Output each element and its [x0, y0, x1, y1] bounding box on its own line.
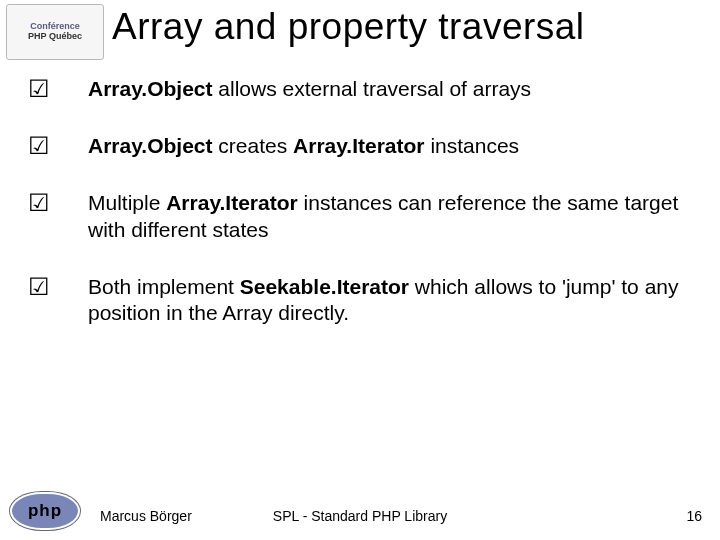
bullet-text: Array.Object allows external traversal o…: [88, 76, 696, 103]
bold-term: Array.Iterator: [166, 191, 298, 214]
bold-term: Seekable.Iterator: [240, 275, 409, 298]
bullet-list: ☑Array.Object allows external traversal …: [28, 76, 696, 357]
check-icon: ☑: [28, 76, 88, 102]
bold-term: Array.Iterator: [293, 134, 425, 157]
bullet-text: Multiple Array.Iterator instances can re…: [88, 190, 696, 244]
text-span: instances: [425, 134, 520, 157]
check-icon: ☑: [28, 190, 88, 216]
footer-center: SPL - Standard PHP Library: [0, 508, 720, 524]
bullet-row: ☑Multiple Array.Iterator instances can r…: [28, 190, 696, 244]
bullet-text: Both implement Seekable.Iterator which a…: [88, 274, 696, 328]
conference-logo: Conférence PHP Québec: [6, 4, 104, 60]
bullet-row: ☑Array.Object creates Array.Iterator ins…: [28, 133, 696, 160]
bold-term: Array.Object: [88, 134, 213, 157]
text-span: Both implement: [88, 275, 240, 298]
text-span: allows external traversal of arrays: [213, 77, 532, 100]
check-icon: ☑: [28, 133, 88, 159]
conference-logo-line2: PHP Québec: [28, 32, 82, 42]
footer-page-number: 16: [686, 508, 702, 524]
slide-title: Array and property traversal: [112, 6, 708, 48]
text-span: Multiple: [88, 191, 166, 214]
slide: Conférence PHP Québec Array and property…: [0, 0, 720, 540]
bold-term: Array.Object: [88, 77, 213, 100]
bullet-text: Array.Object creates Array.Iterator inst…: [88, 133, 696, 160]
bullet-row: ☑Array.Object allows external traversal …: [28, 76, 696, 103]
bullet-row: ☑Both implement Seekable.Iterator which …: [28, 274, 696, 328]
text-span: creates: [213, 134, 294, 157]
check-icon: ☑: [28, 274, 88, 300]
